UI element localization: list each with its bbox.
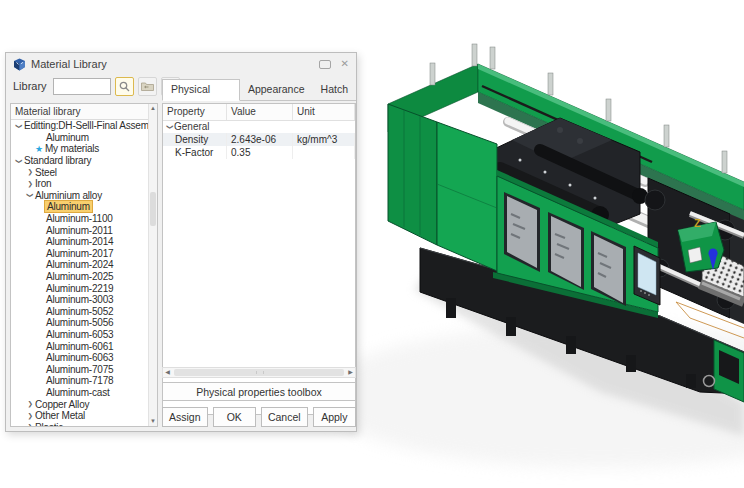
close-icon[interactable]: ✕ bbox=[341, 59, 349, 69]
tree-item-label: Aluminum-2017 bbox=[46, 248, 113, 259]
tab-hatch[interactable]: Hatch bbox=[313, 80, 356, 100]
chevron-right-icon[interactable]: ❯ bbox=[25, 400, 35, 408]
tree-item[interactable]: Aluminum-2024 bbox=[11, 259, 148, 271]
tab-appearance[interactable]: Appearance bbox=[240, 80, 313, 100]
tree-item[interactable]: Aluminum-2025 bbox=[11, 271, 148, 283]
tree-item[interactable]: Aluminum-6061 bbox=[11, 340, 148, 352]
tree-item-label: Aluminum-2011 bbox=[46, 225, 113, 236]
chevron-down-icon[interactable]: ❯ bbox=[26, 190, 34, 200]
library-label: Library bbox=[13, 80, 47, 92]
dialog-title: Material Library bbox=[31, 58, 107, 70]
chevron-right-icon[interactable]: ❯ bbox=[25, 180, 35, 188]
tree-item-label: Aluminum-2219 bbox=[46, 283, 113, 294]
tree-item[interactable]: Aluminum-6053 bbox=[11, 329, 148, 341]
tree-item[interactable]: Aluminum-2014 bbox=[11, 236, 148, 248]
tree-item[interactable]: Aluminum-5052 bbox=[11, 306, 148, 318]
chevron-down-icon[interactable]: ❯ bbox=[164, 123, 176, 132]
tree-item-label: Aluminum-cast bbox=[46, 387, 110, 398]
tree-item-label: Aluminum-6061 bbox=[46, 341, 113, 352]
tree-item-label: Aluminum-7075 bbox=[46, 364, 113, 375]
swivel-housing bbox=[678, 222, 724, 272]
tree-item[interactable]: Aluminum-7178 bbox=[11, 375, 148, 387]
tree-item-label: Editting:DH-Selll-Final Assembly bbox=[24, 120, 148, 131]
tree-item-label: Aluminum-6063 bbox=[46, 352, 113, 363]
detach-window-icon[interactable] bbox=[319, 60, 331, 69]
tree-item[interactable]: ❯Copper Alloy bbox=[11, 398, 148, 410]
column-value: Value bbox=[227, 104, 293, 120]
tree-item[interactable]: Aluminum-7075 bbox=[11, 363, 148, 375]
tree-item[interactable]: ❯Standard library bbox=[11, 155, 148, 167]
tree-item[interactable]: Aluminum-2017 bbox=[11, 248, 148, 260]
tree-item-label: Copper Alloy bbox=[35, 399, 89, 410]
unit-cell: kg/mm^3 bbox=[293, 133, 355, 146]
tree-item-label: Aluminum-1100 bbox=[46, 213, 113, 224]
tree-item[interactable]: ❯Steel bbox=[11, 166, 148, 178]
tree-item-label: Aluminum-5052 bbox=[46, 306, 113, 317]
tree-item[interactable]: ❯Editting:DH-Selll-Final Assembly bbox=[11, 120, 148, 132]
tree-item-label: Aluminium alloy bbox=[35, 190, 102, 201]
tree-item-label: Aluminum bbox=[46, 132, 89, 143]
tree-item[interactable]: Aluminum-5056 bbox=[11, 317, 148, 329]
tree-item-label: Other Metal bbox=[35, 410, 85, 421]
scroll-right-icon[interactable]: ▶ bbox=[346, 368, 355, 377]
property-tabs: Physical properties Appearance Hatch bbox=[162, 80, 356, 101]
tree-item[interactable]: Aluminum-cast bbox=[11, 387, 148, 399]
tree-item[interactable]: Aluminum-6063 bbox=[11, 352, 148, 364]
tree-scrollbar[interactable]: ▲ ▼ bbox=[148, 104, 157, 426]
tree-item[interactable]: Aluminum bbox=[11, 201, 148, 213]
tree-item[interactable]: ★My materials bbox=[11, 143, 148, 155]
tree-item[interactable]: Aluminum-2219 bbox=[11, 282, 148, 294]
tree-item-label: Aluminum-7178 bbox=[46, 375, 113, 386]
tree-item[interactable]: Aluminum-2011 bbox=[11, 224, 148, 236]
tree-item-label: Standard library bbox=[24, 155, 91, 166]
tree-item-label: Aluminum-2025 bbox=[46, 271, 113, 282]
hscrollbar-thumb[interactable] bbox=[174, 369, 344, 376]
search-button[interactable] bbox=[115, 77, 134, 96]
z-axis-label: Z bbox=[694, 217, 701, 229]
tree-item[interactable]: Aluminum-1100 bbox=[11, 213, 148, 225]
chevron-down-icon[interactable]: ❯ bbox=[15, 121, 23, 131]
cancel-button[interactable]: Cancel bbox=[261, 407, 308, 427]
search-icon bbox=[119, 81, 130, 92]
scroll-up-icon[interactable]: ▲ bbox=[149, 104, 157, 113]
assign-button[interactable]: Assign bbox=[162, 407, 208, 427]
apply-button[interactable]: Apply bbox=[313, 407, 356, 427]
tree-item-label: Steel bbox=[35, 167, 57, 178]
dialog-titlebar[interactable]: Material Library ✕ bbox=[6, 53, 356, 75]
property-row[interactable]: Density2.643e-06kg/mm^3 bbox=[163, 133, 355, 146]
material-library-icon bbox=[13, 58, 26, 71]
open-library-button[interactable] bbox=[138, 77, 157, 96]
table-header: Property Value Unit bbox=[163, 104, 355, 121]
group-label: General bbox=[174, 121, 210, 133]
scroll-down-icon[interactable]: ▼ bbox=[149, 417, 157, 426]
scroll-left-icon[interactable]: ◀ bbox=[163, 368, 172, 377]
group-row-general[interactable]: ❯ General bbox=[163, 121, 355, 133]
tree-item[interactable]: Aluminum bbox=[11, 132, 148, 144]
table-hscrollbar[interactable]: ◀ ▶ bbox=[162, 367, 356, 378]
property-cell: Density bbox=[163, 133, 227, 146]
table-rows: Density2.643e-06kg/mm^3K-Factor0.35 bbox=[163, 133, 355, 159]
tree-item[interactable]: ❯Other Metal bbox=[11, 410, 148, 422]
star-icon: ★ bbox=[35, 144, 43, 154]
tree-item[interactable]: ❯Iron bbox=[11, 178, 148, 190]
app-canvas: { "window": { "title": "Material Library… bbox=[0, 0, 744, 488]
library-search-input[interactable] bbox=[53, 78, 111, 95]
chevron-right-icon[interactable]: ❯ bbox=[25, 412, 35, 420]
chevron-right-icon[interactable]: ❯ bbox=[25, 423, 35, 426]
tree-scrollbar-thumb[interactable] bbox=[150, 192, 156, 226]
chevron-right-icon[interactable]: ❯ bbox=[25, 168, 35, 176]
column-unit: Unit bbox=[293, 104, 355, 120]
ok-button[interactable]: OK bbox=[213, 407, 256, 427]
tree-header: Material library bbox=[11, 104, 157, 120]
property-cell: K-Factor bbox=[163, 146, 227, 159]
property-row[interactable]: K-Factor0.35 bbox=[163, 146, 355, 159]
physical-properties-toolbox-button[interactable]: Physical properties toolbox bbox=[162, 382, 356, 401]
dialog-footer: AssignOKCancelApply bbox=[162, 407, 356, 427]
tab-physical-properties[interactable]: Physical properties bbox=[162, 79, 240, 101]
tree-item[interactable]: Aluminum-3003 bbox=[11, 294, 148, 306]
tree-item[interactable]: ❯Aluminium alloy bbox=[11, 190, 148, 202]
tree-item-label: Aluminum-2024 bbox=[46, 259, 113, 270]
tree-item-label: Aluminum-3003 bbox=[46, 294, 113, 305]
chevron-down-icon[interactable]: ❯ bbox=[15, 156, 23, 166]
tree-item[interactable]: ❯Plastic bbox=[11, 421, 148, 426]
